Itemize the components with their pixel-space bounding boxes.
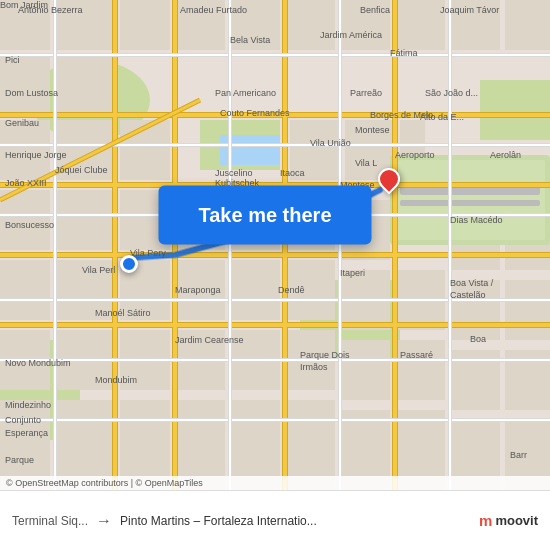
svg-rect-26 [400, 120, 425, 160]
destination-marker [378, 168, 400, 190]
svg-rect-40 [230, 260, 280, 320]
map-background [0, 0, 550, 490]
svg-rect-53 [395, 340, 445, 400]
svg-rect-5 [480, 80, 550, 140]
bottom-bar: Terminal Siq... → Pinto Martins – Fortal… [0, 490, 550, 550]
arrow-icon: → [96, 512, 112, 530]
svg-rect-16 [285, 0, 335, 50]
svg-rect-28 [55, 190, 115, 250]
svg-rect-69 [400, 200, 540, 206]
copyright-text: © OpenStreetMap contributors | © OpenMap… [6, 478, 203, 488]
svg-rect-19 [450, 0, 500, 50]
route-info: Terminal Siq... → Pinto Martins – Fortal… [12, 512, 538, 530]
take-me-there-button[interactable]: Take me there [158, 186, 371, 245]
svg-rect-36 [0, 260, 50, 320]
copyright-bar: © OpenStreetMap contributors | © OpenMap… [0, 476, 550, 490]
svg-rect-45 [505, 280, 550, 340]
moovit-logo: m moovit [479, 512, 538, 529]
svg-rect-15 [230, 0, 280, 50]
svg-rect-21 [0, 120, 50, 180]
svg-rect-11 [0, 55, 50, 115]
svg-rect-20 [505, 0, 550, 50]
map-container: Antônio Bezerra Amadeu Furtado Benfica J… [0, 0, 550, 490]
svg-rect-24 [290, 120, 340, 180]
svg-rect-44 [450, 280, 500, 340]
svg-rect-52 [340, 340, 390, 400]
moovit-m-icon: m [479, 512, 492, 529]
destination-text: Pinto Martins – Fortaleza Internatio... [120, 514, 471, 528]
svg-rect-14 [175, 0, 225, 50]
moovit-text: moovit [495, 513, 538, 528]
svg-rect-39 [175, 260, 225, 320]
origin-text: Terminal Siq... [12, 514, 88, 528]
svg-rect-12 [55, 55, 115, 115]
svg-rect-9 [0, 0, 50, 50]
svg-rect-18 [395, 0, 445, 50]
svg-rect-22 [55, 120, 115, 180]
svg-rect-17 [340, 0, 390, 50]
svg-rect-10 [55, 0, 115, 50]
svg-rect-37 [55, 260, 115, 320]
svg-rect-41 [285, 260, 335, 320]
svg-rect-13 [120, 0, 170, 50]
origin-marker [120, 255, 138, 273]
